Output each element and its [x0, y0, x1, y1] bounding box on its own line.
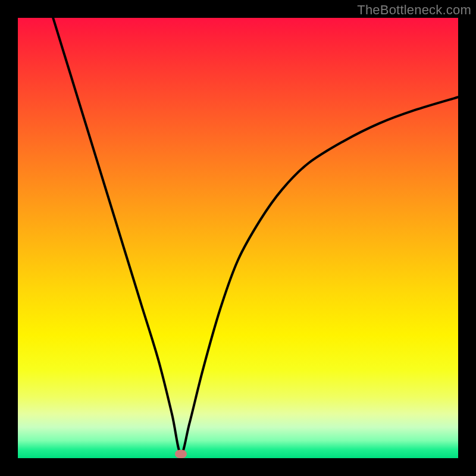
bottleneck-curve [53, 18, 458, 454]
chart-plot-area [18, 18, 458, 458]
chart-curve-svg [18, 18, 458, 458]
optimal-point-marker [175, 450, 187, 458]
watermark-text: TheBottleneck.com [357, 2, 471, 18]
